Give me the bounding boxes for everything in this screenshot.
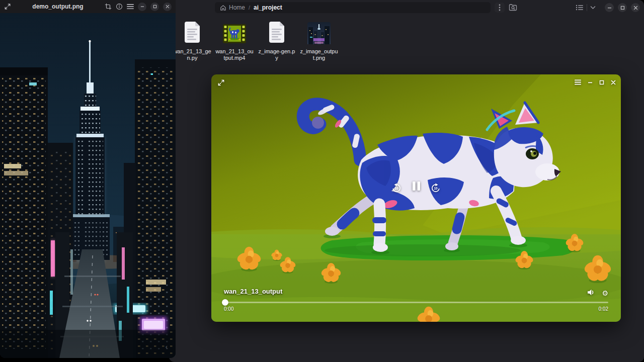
- file-name: z_image_output.png: [299, 48, 339, 61]
- image-viewer-window: demo_output.png: [0, 0, 176, 358]
- svg-text:10: 10: [394, 187, 398, 190]
- home-icon: [220, 5, 226, 11]
- close-icon: [166, 5, 170, 9]
- svg-text:10: 10: [434, 187, 438, 190]
- crop-icon: [105, 3, 112, 10]
- file-grid: wan_21_13_gen.py: [171, 20, 340, 61]
- fullscreen-button[interactable]: [4, 3, 11, 10]
- file-item[interactable]: z_image_output.png: [298, 20, 340, 61]
- view-mode-button[interactable]: [576, 4, 584, 11]
- file-name: wan_21_13_gen.py: [173, 48, 212, 61]
- toolbar-divider: [587, 4, 587, 11]
- file-item[interactable]: wan_21_13_output.mp4: [213, 20, 256, 61]
- image-thumbnail-icon: [307, 22, 331, 44]
- player-fullscreen-button[interactable]: [217, 79, 225, 88]
- file-manager-toolbar: Home / ai_project: [169, 0, 644, 15]
- chevron-down-icon: [590, 6, 596, 10]
- file-item[interactable]: wan_21_13_gen.py: [171, 20, 213, 61]
- file-item[interactable]: z_image-gen.py: [256, 20, 298, 61]
- breadcrumb-home-label: Home: [229, 4, 245, 11]
- maximize-icon: [153, 5, 157, 9]
- breadcrumb-home[interactable]: Home: [220, 4, 245, 11]
- city-night-photo: [0, 13, 176, 358]
- file-name: wan_21_13_output.mp4: [215, 48, 254, 61]
- list-view-icon: [576, 4, 584, 11]
- image-viewer-title: demo_output.png: [15, 3, 101, 10]
- close-icon: [611, 80, 616, 85]
- menu-button[interactable]: [127, 4, 134, 10]
- skip-back-10-icon: 10: [391, 183, 401, 193]
- pause-button[interactable]: [412, 181, 421, 193]
- iv-close-button[interactable]: [163, 3, 172, 11]
- minimize-icon: [607, 6, 612, 10]
- current-time: 0:00: [224, 306, 233, 312]
- pause-icon: [412, 181, 421, 191]
- video-title: wan_21_13_output: [224, 288, 282, 295]
- duration: 0:02: [599, 306, 608, 312]
- iv-minimize-button[interactable]: [138, 3, 146, 11]
- seek-handle[interactable]: [222, 299, 228, 306]
- player-close-button[interactable]: [611, 78, 616, 87]
- player-maximize-button[interactable]: [599, 78, 604, 87]
- iv-maximize-button[interactable]: [150, 3, 159, 11]
- video-player-window: 10 10 wan_21_13_output 0:00 0:02: [211, 74, 621, 322]
- close-icon: [633, 6, 638, 10]
- info-icon: [116, 3, 123, 10]
- breadcrumb[interactable]: Home / ai_project: [215, 2, 491, 13]
- skip-back-button[interactable]: 10: [391, 183, 401, 195]
- kebab-menu-icon: [499, 4, 501, 11]
- minimize-icon: [588, 80, 593, 85]
- hamburger-menu-icon: [575, 79, 581, 85]
- fm-close-button[interactable]: [631, 3, 640, 12]
- seek-bar[interactable]: [224, 302, 608, 303]
- player-menu-button[interactable]: [575, 78, 581, 87]
- video-frame-cat-scene: [211, 74, 621, 322]
- crop-button[interactable]: [105, 3, 112, 10]
- maximize-icon: [599, 80, 604, 85]
- previous-image-chevron[interactable]: ‹: [166, 343, 168, 350]
- skip-forward-button[interactable]: 10: [431, 183, 441, 195]
- breadcrumb-separator: /: [249, 5, 250, 11]
- hamburger-menu-icon: [127, 4, 134, 10]
- volume-button[interactable]: [588, 289, 595, 298]
- fm-minimize-button[interactable]: [605, 3, 614, 12]
- video-file-icon: [223, 24, 246, 43]
- expand-icon: [4, 3, 11, 10]
- minimize-icon: [140, 5, 144, 9]
- search-folder-button[interactable]: [508, 3, 519, 13]
- player-minimize-button[interactable]: [588, 78, 593, 87]
- skip-forward-10-icon: 10: [431, 183, 441, 193]
- fm-maximize-button[interactable]: [618, 3, 627, 12]
- volume-icon: [588, 289, 595, 296]
- info-button[interactable]: [116, 3, 123, 10]
- python-file-icon: [182, 20, 202, 44]
- folder-search-icon: [509, 4, 518, 12]
- view-mode-dropdown[interactable]: [590, 6, 596, 10]
- desktop: Home / ai_project: [0, 0, 644, 362]
- file-name: z_image-gen.py: [257, 48, 296, 61]
- breadcrumb-current-folder: ai_project: [254, 4, 282, 11]
- expand-icon: [217, 79, 225, 86]
- settings-gear-icon[interactable]: ⚙: [602, 290, 608, 297]
- maximize-icon: [620, 6, 625, 10]
- image-viewer-titlebar: demo_output.png: [0, 0, 176, 13]
- python-file-icon: [267, 20, 287, 44]
- more-options-button[interactable]: [495, 3, 505, 13]
